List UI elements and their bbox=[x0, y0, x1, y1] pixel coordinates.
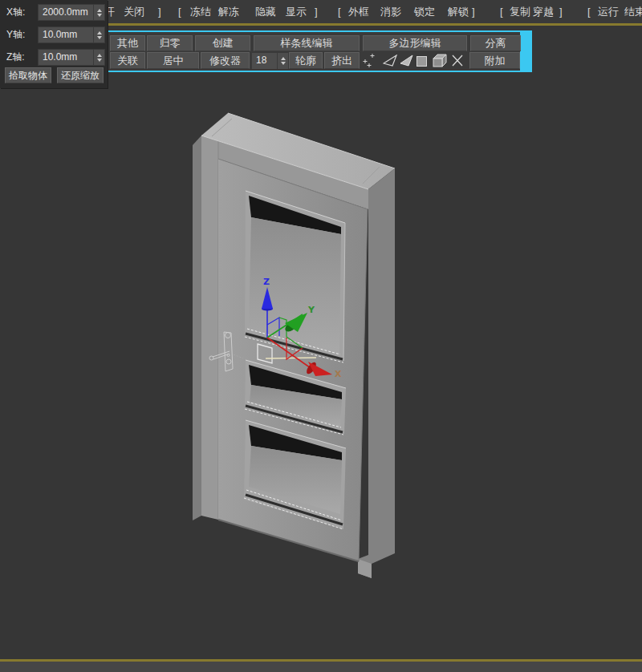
menu-item-hide[interactable]: 隐藏 bbox=[255, 0, 276, 23]
spin-down-icon[interactable] bbox=[97, 14, 102, 17]
menu-item-copy[interactable]: 复制 bbox=[510, 0, 530, 23]
status-bar bbox=[0, 662, 642, 672]
x-axis-label: X轴: bbox=[6, 4, 25, 20]
door-model[interactable] bbox=[193, 113, 395, 578]
bracket: ] bbox=[158, 0, 161, 23]
outline-button[interactable]: 轮廓 bbox=[289, 52, 323, 69]
vertex-icon[interactable] bbox=[363, 52, 376, 69]
bracket: ] bbox=[472, 0, 475, 23]
x-axis-spinner[interactable]: 2000.0mm bbox=[38, 4, 105, 21]
menu-item-unfreeze[interactable]: 解冻 bbox=[218, 0, 239, 23]
spin-up-icon[interactable] bbox=[97, 54, 102, 57]
gizmo-z-label: Z bbox=[263, 277, 270, 287]
spinner-arrows[interactable] bbox=[93, 5, 104, 20]
menu-item-unshadow[interactable]: 消影 bbox=[380, 0, 401, 23]
bracket: [ bbox=[500, 0, 503, 23]
spinner-arrows[interactable] bbox=[93, 27, 104, 43]
gizmo-x-label: X bbox=[335, 369, 342, 379]
z-axis-label: Z轴: bbox=[6, 49, 25, 65]
viewport-3d[interactable]: Z Y X bbox=[0, 0, 642, 672]
segments-spinner[interactable]: 18 bbox=[251, 52, 289, 70]
menu-item-unlock[interactable]: 解锁 bbox=[448, 0, 469, 23]
center-button[interactable]: 居中 bbox=[147, 52, 199, 69]
spinner-arrows[interactable] bbox=[93, 50, 104, 65]
poly-edit-button[interactable]: 多边形编辑 bbox=[363, 35, 467, 51]
detach-button[interactable]: 分离 bbox=[470, 35, 521, 51]
app-window: Z Y X 开 关闭 ] [ 冻结 解冻 隐藏 显示 ] bbox=[0, 0, 642, 672]
extrude-button[interactable]: 挤出 bbox=[324, 52, 360, 69]
x-axis-value: 2000.0mm bbox=[39, 5, 93, 20]
y-axis-spinner[interactable]: 10.0mm bbox=[38, 26, 105, 43]
menu-item-traverse[interactable]: 穿越 bbox=[533, 0, 554, 23]
spline-cursor-icon[interactable] bbox=[400, 52, 414, 69]
menu-item-outline-box[interactable]: 外框 bbox=[348, 0, 369, 23]
axis-input-panel: X轴: 2000.0mm Y轴: 10.0mm Z轴: 10.0mm 拾取物体 … bbox=[0, 0, 108, 88]
segments-value: 18 bbox=[252, 53, 277, 69]
element-cube-icon[interactable] bbox=[432, 52, 448, 69]
close-x-icon[interactable] bbox=[450, 52, 465, 69]
attach-button[interactable]: 附加 bbox=[469, 52, 520, 69]
spin-up-icon[interactable] bbox=[281, 57, 286, 60]
spinner-arrows[interactable] bbox=[277, 53, 288, 69]
segment-cursor-icon[interactable] bbox=[383, 52, 398, 69]
menu-item-freeze[interactable]: 冻结 bbox=[190, 0, 211, 23]
frame-left-jamb-front bbox=[201, 136, 218, 520]
polygon-square-icon[interactable] bbox=[416, 52, 429, 69]
gizmo-y-label: Y bbox=[307, 305, 315, 315]
toolbar-cyan-cap bbox=[520, 30, 532, 72]
restore-scale-button[interactable]: 还原缩放 bbox=[57, 67, 104, 83]
bracket: [ bbox=[338, 0, 341, 23]
bracket: ] bbox=[559, 0, 563, 23]
z-axis-spinner[interactable]: 10.0mm bbox=[38, 49, 105, 66]
menu-item-close[interactable]: 关闭 bbox=[124, 0, 144, 23]
menu-item-end[interactable]: 结束 bbox=[624, 0, 642, 23]
y-axis-label: Y轴: bbox=[6, 26, 25, 43]
instance-button[interactable]: 关联 bbox=[110, 52, 145, 69]
bracket: ] bbox=[315, 0, 318, 23]
menu-item-show[interactable]: 显示 bbox=[286, 0, 307, 23]
frame-left-side-face bbox=[193, 136, 201, 520]
spin-down-icon[interactable] bbox=[97, 59, 102, 62]
spline-cream-line bbox=[266, 358, 316, 358]
bracket: [ bbox=[178, 0, 181, 23]
spin-down-icon[interactable] bbox=[97, 36, 102, 39]
other-button[interactable]: 其他 bbox=[110, 35, 145, 51]
create-button[interactable]: 创建 bbox=[195, 35, 250, 51]
pick-object-button[interactable]: 拾取物体 bbox=[5, 67, 51, 83]
z-axis-value: 10.0mm bbox=[39, 50, 93, 65]
spin-up-icon[interactable] bbox=[97, 9, 102, 12]
y-axis-value: 10.0mm bbox=[39, 27, 93, 43]
menu-item-lock[interactable]: 锁定 bbox=[414, 0, 435, 23]
bracket: [ bbox=[587, 0, 591, 23]
spline-edit-button[interactable]: 样条线编辑 bbox=[254, 35, 360, 51]
menu-item-run[interactable]: 运行 bbox=[598, 0, 619, 23]
spin-down-icon[interactable] bbox=[281, 62, 286, 65]
modifier-button[interactable]: 修改器 bbox=[201, 52, 250, 69]
spin-up-icon[interactable] bbox=[97, 31, 102, 34]
zero-button[interactable]: 归零 bbox=[147, 35, 193, 51]
